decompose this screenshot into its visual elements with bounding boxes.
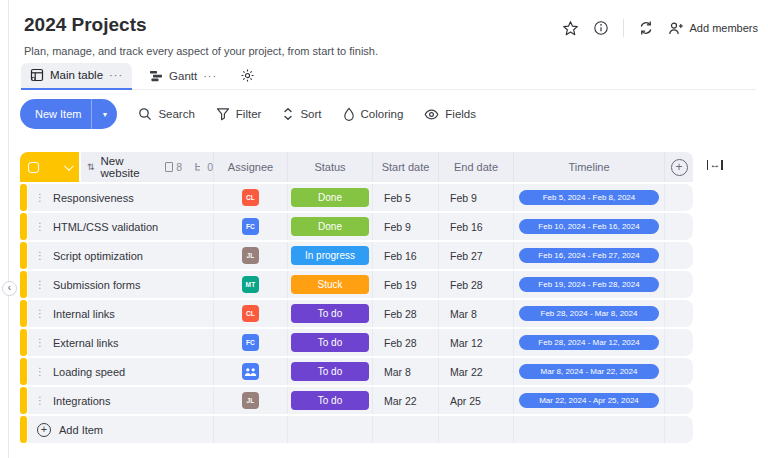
timeline-cell[interactable]: Mar 22, 2024 - Apr 25, 2024 xyxy=(513,387,664,414)
add-item-row[interactable]: + Add Item xyxy=(20,416,693,443)
info-icon[interactable] xyxy=(593,20,609,36)
timeline-pill[interactable]: Mar 22, 2024 - Apr 25, 2024 xyxy=(519,393,659,408)
add-members-button[interactable]: Add members xyxy=(668,21,758,36)
fields-button[interactable]: Fields xyxy=(424,108,476,121)
status-cell[interactable]: Done xyxy=(287,184,372,211)
status-cell[interactable]: Done xyxy=(287,213,372,240)
drag-handle-icon[interactable]: ⋮ xyxy=(35,337,45,348)
add-column-button[interactable]: + xyxy=(671,159,688,176)
task-name-cell[interactable]: ⋮ External links xyxy=(28,329,213,356)
start-date-cell[interactable]: Feb 9 xyxy=(372,213,438,240)
task-name[interactable]: Internal links xyxy=(53,308,115,320)
autofit-columns-button[interactable]: ↔ xyxy=(707,159,723,170)
table-row[interactable]: ⋮ Script optimization JL In progress Feb… xyxy=(20,242,693,269)
status-pill[interactable]: In progress xyxy=(291,246,369,265)
assignee-cell[interactable]: FC xyxy=(213,329,287,356)
drag-handle-icon[interactable]: ⋮ xyxy=(35,308,45,319)
start-date-cell[interactable]: Feb 19 xyxy=(372,271,438,298)
search-button[interactable]: Search xyxy=(138,107,194,121)
timeline-cell[interactable]: Feb 10, 2024 - Feb 16, 2024 xyxy=(513,213,664,240)
group-name[interactable]: New website xyxy=(101,155,154,179)
start-date-cell[interactable]: Feb 5 xyxy=(372,184,438,211)
group-sort-handle-icon[interactable]: ⇅ xyxy=(87,162,95,172)
task-name-cell[interactable]: ⋮ Internal links xyxy=(28,300,213,327)
filter-button[interactable]: Filter xyxy=(216,107,262,121)
end-date-cell[interactable]: Apr 25 xyxy=(438,387,513,414)
integrations-sync-icon[interactable] xyxy=(638,20,654,36)
task-name[interactable]: Submission forms xyxy=(53,279,140,291)
group-collapse-chevron-icon[interactable] xyxy=(64,161,74,171)
tab-more-icon[interactable]: ··· xyxy=(109,69,123,81)
drag-handle-icon[interactable]: ⋮ xyxy=(35,221,45,232)
end-date-cell[interactable]: Mar 8 xyxy=(438,300,513,327)
task-name-cell[interactable]: ⋮ Responsiveness xyxy=(28,184,213,211)
sort-button[interactable]: Sort xyxy=(282,107,321,121)
group-select-block[interactable] xyxy=(20,152,79,182)
task-name-cell[interactable]: ⋮ Integrations xyxy=(28,387,213,414)
tab-more-icon[interactable]: ··· xyxy=(203,70,217,82)
assignee-avatar[interactable]: MT xyxy=(242,276,259,293)
column-header-timeline[interactable]: Timeline xyxy=(513,152,664,182)
task-name[interactable]: Responsiveness xyxy=(53,192,134,204)
table-row[interactable]: ⋮ Internal links CL To do Feb 28 Mar 8 F… xyxy=(20,300,693,327)
assignee-cell[interactable]: CL xyxy=(213,184,287,211)
table-row[interactable]: ⋮ External links FC To do Feb 28 Mar 12 … xyxy=(20,329,693,356)
new-item-caret-icon[interactable]: ▼ xyxy=(91,99,117,129)
drag-handle-icon[interactable]: ⋮ xyxy=(35,395,45,406)
table-row[interactable]: ⋮ HTML/CSS validation FC Done Feb 9 Feb … xyxy=(20,213,693,240)
end-date-cell[interactable]: Mar 12 xyxy=(438,329,513,356)
status-cell[interactable]: Stuck xyxy=(287,271,372,298)
end-date-cell[interactable]: Feb 9 xyxy=(438,184,513,211)
assignee-avatar[interactable]: CL xyxy=(242,189,259,206)
timeline-pill[interactable]: Feb 28, 2024 - Mar 12, 2024 xyxy=(519,335,659,350)
status-pill[interactable]: Stuck xyxy=(291,275,369,294)
column-header-status[interactable]: Status xyxy=(287,152,372,182)
add-item-button[interactable]: + Add Item xyxy=(28,416,213,443)
task-name-cell[interactable]: ⋮ Script optimization xyxy=(28,242,213,269)
timeline-pill[interactable]: Feb 16, 2024 - Feb 27, 2024 xyxy=(519,248,659,263)
sidebar-collapse-button[interactable]: ‹ xyxy=(2,281,17,296)
status-cell[interactable]: To do xyxy=(287,300,372,327)
new-item-button[interactable]: New Item ▼ xyxy=(20,99,117,129)
task-name[interactable]: Integrations xyxy=(53,395,110,407)
assignee-cell[interactable]: FC xyxy=(213,213,287,240)
drag-handle-icon[interactable]: ⋮ xyxy=(35,192,45,203)
start-date-cell[interactable]: Feb 28 xyxy=(372,329,438,356)
assignee-cell[interactable]: JL xyxy=(213,387,287,414)
status-pill[interactable]: Done xyxy=(291,188,369,207)
timeline-cell[interactable]: Feb 19, 2024 - Feb 28, 2024 xyxy=(513,271,664,298)
start-date-cell[interactable]: Mar 22 xyxy=(372,387,438,414)
tab-gantt[interactable]: Gantt ··· xyxy=(140,64,226,89)
timeline-pill[interactable]: Feb 28, 2024 - Mar 8, 2024 xyxy=(519,306,659,321)
task-name-cell[interactable]: ⋮ HTML/CSS validation xyxy=(28,213,213,240)
timeline-pill[interactable]: Feb 10, 2024 - Feb 16, 2024 xyxy=(519,219,659,234)
task-name[interactable]: Script optimization xyxy=(53,250,143,262)
table-row[interactable]: ⋮ Loading speed To do Mar 8 Mar 22 Mar 8… xyxy=(20,358,693,385)
end-date-cell[interactable]: Mar 22 xyxy=(438,358,513,385)
favorite-star-icon[interactable] xyxy=(562,20,579,37)
timeline-cell[interactable]: Feb 16, 2024 - Feb 27, 2024 xyxy=(513,242,664,269)
timeline-cell[interactable]: Feb 28, 2024 - Mar 12, 2024 xyxy=(513,329,664,356)
coloring-button[interactable]: Coloring xyxy=(343,107,404,121)
assignee-avatar[interactable]: CL xyxy=(242,305,259,322)
assignee-cell[interactable] xyxy=(213,358,287,385)
task-name[interactable]: HTML/CSS validation xyxy=(53,221,158,233)
select-all-checkbox[interactable] xyxy=(28,162,39,173)
status-pill[interactable]: To do xyxy=(291,304,369,323)
task-name[interactable]: External links xyxy=(53,337,118,349)
status-pill[interactable]: To do xyxy=(291,333,369,352)
task-name-cell[interactable]: ⋮ Loading speed xyxy=(28,358,213,385)
column-header-end-date[interactable]: End date xyxy=(438,152,513,182)
status-pill[interactable]: Done xyxy=(291,217,369,236)
status-cell[interactable]: To do xyxy=(287,329,372,356)
status-cell[interactable]: In progress xyxy=(287,242,372,269)
start-date-cell[interactable]: Mar 8 xyxy=(372,358,438,385)
assignee-cell[interactable]: JL xyxy=(213,242,287,269)
group-header-cell[interactable]: ⇅ New website 8 0 xyxy=(81,152,213,182)
status-pill[interactable]: To do xyxy=(291,362,369,381)
status-cell[interactable]: To do xyxy=(287,358,372,385)
table-row[interactable]: ⋮ Integrations JL To do Mar 22 Apr 25 Ma… xyxy=(20,387,693,414)
drag-handle-icon[interactable]: ⋮ xyxy=(35,250,45,261)
team-avatar[interactable] xyxy=(242,363,259,380)
tab-main-table[interactable]: Main table ··· xyxy=(21,63,132,90)
